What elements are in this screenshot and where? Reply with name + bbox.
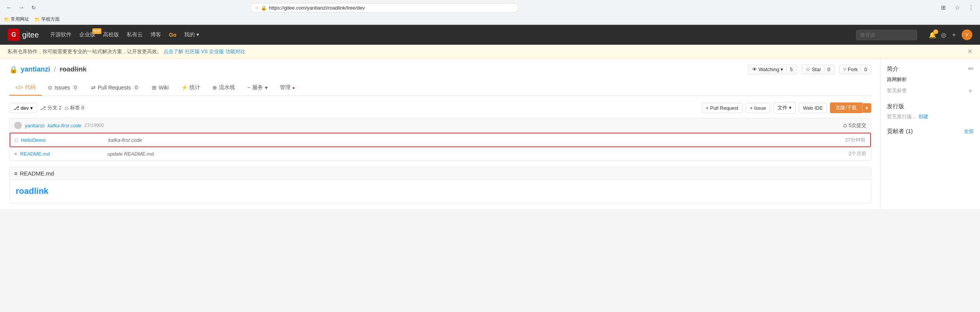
file-name-hellodemo[interactable]: HelloDemo bbox=[21, 137, 105, 143]
browser-action-icons: ⊞ ☆ ⋮ bbox=[938, 2, 976, 13]
watch-dropdown-icon: ▾ bbox=[781, 67, 783, 72]
back-button[interactable]: ← bbox=[4, 2, 15, 13]
nav-enterprise[interactable]: 企业版 特惠 bbox=[79, 31, 95, 38]
notification-badge: 5 bbox=[933, 29, 938, 34]
repo-title: 🔒 yantianzi / roadlink bbox=[9, 65, 87, 74]
commit-hash[interactable]: 27r19900 bbox=[84, 123, 104, 128]
tag-icon: ◇ bbox=[65, 105, 69, 111]
star-label: Star bbox=[812, 67, 821, 72]
tab-services[interactable]: ~ 服务 ▾ bbox=[241, 80, 274, 96]
extensions-button[interactable]: ⊞ bbox=[938, 2, 949, 13]
forward-button[interactable]: → bbox=[16, 2, 27, 13]
branch-selector[interactable]: ⎇ dev ▾ bbox=[9, 103, 37, 113]
tab-pull-requests[interactable]: ⇄ Pull Requests 0 bbox=[85, 80, 146, 96]
repo-owner[interactable]: yantianzi bbox=[21, 65, 50, 73]
bookmarks-bar: 📁 常用网址 📁 学校方面 bbox=[0, 15, 980, 24]
issue-button[interactable]: + Issue bbox=[746, 103, 770, 113]
gitee-logo-text: gitee bbox=[22, 31, 39, 39]
file-name-readme[interactable]: README.md bbox=[20, 151, 105, 157]
nav-school[interactable]: 高校版 bbox=[103, 31, 119, 38]
sidebar-release-title: 发行版 bbox=[887, 103, 904, 110]
more-button[interactable]: ⋮ bbox=[965, 2, 976, 13]
stats-icon: ⚡ bbox=[181, 84, 188, 91]
tab-issues[interactable]: ⊙ Issues 0 bbox=[42, 80, 85, 96]
manage-dot: ● bbox=[292, 86, 295, 90]
clone-download-dropdown[interactable]: ▾ bbox=[862, 103, 871, 113]
star-button[interactable]: ☆ Star 0 bbox=[802, 65, 835, 74]
notification-button[interactable]: 🔔 5 bbox=[929, 31, 936, 39]
gitee-logo-icon: G bbox=[8, 29, 20, 41]
sidebar-intro-title: 简介 bbox=[887, 65, 898, 73]
pull-request-button[interactable]: + Pull Request bbox=[702, 103, 743, 113]
readme-doc-icon: ≡ bbox=[14, 170, 18, 177]
repo-name[interactable]: roadlink bbox=[60, 65, 87, 73]
fork-button[interactable]: ⑂ Fork 0 bbox=[839, 65, 871, 74]
banner-text: 私有仓库协作，你可能需要更专业的一站式解决方案，让开发更高效。 bbox=[8, 48, 162, 55]
bookmark-changyon[interactable]: 📁 常用网址 bbox=[4, 16, 29, 23]
folder-icon-bookmark2: 📁 bbox=[34, 17, 40, 22]
readme-title: roadlink bbox=[16, 186, 865, 196]
file-button[interactable]: 文件 ▾ bbox=[773, 102, 796, 114]
repo-header: 🔒 yantianzi / roadlink 👁 Watching ▾ 5 ☆ … bbox=[9, 65, 871, 74]
issues-icon: ⊙ bbox=[48, 84, 52, 91]
bookmark-button[interactable]: ☆ bbox=[952, 2, 962, 13]
gitee-logo[interactable]: G gitee bbox=[8, 29, 39, 41]
points-icon[interactable]: ◎ bbox=[941, 31, 946, 39]
url-text: https://gitee.com/yantianzi/roadlink/tre… bbox=[269, 5, 513, 11]
user-avatar[interactable]: Y bbox=[962, 29, 972, 40]
nav-private[interactable]: 私有云 bbox=[127, 31, 143, 38]
clone-download-button[interactable]: 克隆/下载 bbox=[830, 102, 862, 113]
sidebar-intro-edit-button[interactable]: ✏ bbox=[968, 65, 974, 73]
bookmark-school[interactable]: 📁 学校方面 bbox=[34, 16, 60, 23]
folder-icon-hellodemo bbox=[15, 137, 18, 143]
enterprise-badge: 特惠 bbox=[92, 28, 101, 34]
tab-code[interactable]: </> 代码 bbox=[9, 80, 42, 96]
sidebar-tag-add-button[interactable]: ＋ bbox=[967, 86, 974, 95]
add-button[interactable]: ＋ bbox=[951, 31, 957, 39]
branch-dropdown-icon: ▾ bbox=[30, 105, 33, 111]
pr-count: 0 bbox=[133, 84, 140, 91]
branch-icon: ⎇ bbox=[13, 105, 19, 111]
sidebar-contributors-all-link[interactable]: 全部 bbox=[964, 128, 974, 135]
tab-manage[interactable]: 管理 ● bbox=[274, 80, 301, 96]
repo-description: 路网解析 bbox=[887, 76, 974, 83]
tab-pipeline[interactable]: ⊕ 流水线 bbox=[206, 80, 241, 96]
fork-label: Fork bbox=[848, 67, 858, 72]
sidebar-intro-section: 简介 ✏ 路网解析 暂无标签 ＋ bbox=[887, 65, 974, 95]
star-icon: ☆ bbox=[806, 67, 810, 72]
repo-slash: / bbox=[54, 65, 56, 73]
banner-close-button[interactable]: ✕ bbox=[967, 48, 972, 55]
branch-count[interactable]: ⎇ 分支 2 bbox=[40, 104, 62, 111]
navbar-icons: 🔔 5 ◎ ＋ Y bbox=[929, 29, 972, 40]
code-icon: </> bbox=[15, 84, 23, 91]
address-bar[interactable]: ○ 🔒 https://gitee.com/yantianzi/roadlink… bbox=[250, 3, 518, 13]
file-commit-msg-readme: update README.md. bbox=[108, 151, 846, 157]
folder-icon-bookmark1: 📁 bbox=[4, 17, 10, 22]
wiki-icon: ⊞ bbox=[152, 84, 157, 91]
commit-count[interactable]: ⊙ 5次提交 bbox=[843, 122, 866, 129]
watch-button[interactable]: 👁 Watching ▾ 5 bbox=[748, 65, 797, 74]
web-ide-button[interactable]: Web IDE bbox=[799, 103, 827, 113]
commit-message[interactable]: kafka-first code bbox=[47, 123, 81, 128]
tab-wiki[interactable]: ⊞ Wiki bbox=[146, 80, 175, 96]
banner-link[interactable]: 点击了解 社区版 VS 企业版 功能对比 bbox=[163, 48, 245, 55]
gitee-navbar: G gitee 开源软件 企业版 特惠 高校版 私有云 博客 Go 我的 ▾ 🔔… bbox=[0, 25, 980, 45]
repo-controls: ⎇ dev ▾ ⎇ 分支 2 ◇ 标签 0 + Pull Request + I… bbox=[9, 102, 871, 114]
file-row-readme: README.md update README.md. 2个月前 bbox=[10, 147, 871, 160]
nav-opensource[interactable]: 开源软件 bbox=[50, 31, 72, 38]
file-tree: HelloDemo kafka-first code 27分钟前 README.… bbox=[9, 133, 871, 161]
tab-stats[interactable]: ⚡ 统计 bbox=[175, 80, 206, 96]
nav-mine[interactable]: 我的 ▾ bbox=[184, 31, 199, 38]
commit-author[interactable]: yantianzi bbox=[25, 123, 44, 128]
sidebar-release-create-link[interactable]: 创建 bbox=[918, 114, 928, 119]
file-commit-msg-hellodemo: kafka-first code bbox=[108, 137, 842, 143]
search-input[interactable] bbox=[856, 30, 917, 40]
pr-icon: ⇄ bbox=[91, 84, 96, 91]
nav-blog[interactable]: 博客 bbox=[150, 31, 161, 38]
lock-icon: 🔒 bbox=[261, 5, 267, 11]
reload-button[interactable]: ↻ bbox=[28, 2, 39, 13]
browser-toolbar: ← → ↻ ○ 🔒 https://gitee.com/yantianzi/ro… bbox=[0, 0, 980, 15]
nav-go[interactable]: Go bbox=[169, 32, 176, 38]
browser-chrome: ← → ↻ ○ 🔒 https://gitee.com/yantianzi/ro… bbox=[0, 0, 980, 25]
tag-count[interactable]: ◇ 标签 0 bbox=[65, 104, 84, 111]
